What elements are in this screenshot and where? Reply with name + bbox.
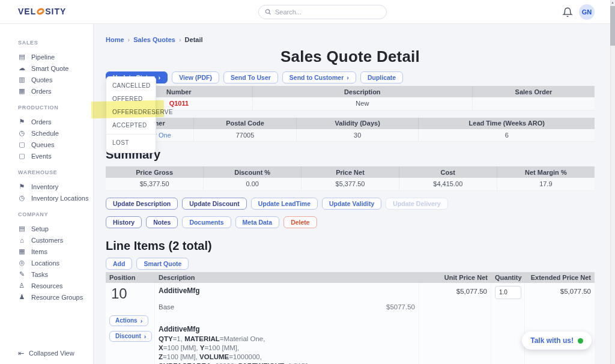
- status-option-offeredreserve[interactable]: OFFEREDRESERVE: [106, 106, 156, 119]
- smart-quote-button[interactable]: Smart Quote: [136, 258, 189, 270]
- position-cell: 10 Actions›Discount›: [106, 283, 155, 364]
- breadcrumb-home[interactable]: Home: [106, 36, 124, 43]
- locations-icon: ◎: [18, 259, 26, 267]
- column-header-description: Description: [252, 86, 472, 97]
- status-option-offered[interactable]: OFFERED: [106, 93, 156, 106]
- inventory-icon: ⚑: [18, 183, 26, 190]
- pipeline-icon: ▤: [18, 53, 26, 61]
- button-label: Update Discount: [189, 200, 239, 207]
- breadcrumb-detail: Detail: [185, 36, 203, 43]
- page-title: Sales Quote Detail: [106, 47, 595, 66]
- sidebar-item-production-events[interactable]: ▢Events: [0, 150, 93, 162]
- update-discount-button[interactable]: Update Discount: [182, 198, 246, 210]
- status-option-accepted[interactable]: ACCEPTED: [106, 119, 156, 132]
- velosity-logo[interactable]: VELSITY: [18, 7, 66, 16]
- quantity-input[interactable]: [495, 286, 521, 299]
- logo-text-suffix: SITY: [45, 7, 66, 16]
- scrollbar-thumb[interactable]: [610, 6, 615, 46]
- send-to-customer-button[interactable]: Send to Customer›: [282, 71, 356, 83]
- chat-widget-button[interactable]: Talk with us!: [522, 332, 592, 350]
- button-label: Discount: [115, 333, 141, 339]
- documents-button[interactable]: Documents: [182, 216, 231, 228]
- sidebar-item-warehouse-inventory[interactable]: ⚑Inventory: [0, 181, 93, 192]
- column-header-price-gross: Price Gross: [106, 166, 204, 178]
- delete-button[interactable]: Delete: [283, 216, 317, 228]
- sidebar-item-label: Customers: [31, 237, 63, 244]
- scrollbar-track[interactable]: [610, 0, 615, 364]
- actions-button[interactable]: Actions›: [109, 315, 148, 326]
- sidebar-item-production-schedule[interactable]: ◷Schedule: [0, 127, 93, 139]
- sidebar: SALES▤Pipeline☁Smart Quote▥Quotes▦Orders…: [0, 24, 94, 364]
- scrollbar-up-arrow[interactable]: ▲: [611, 1, 614, 4]
- add-button[interactable]: Add: [106, 258, 132, 270]
- sidebar-item-label: Locations: [31, 259, 59, 267]
- sidebar-item-sales-quotes[interactable]: ▥Quotes: [0, 74, 93, 85]
- send-to-user-button[interactable]: Send To User: [223, 71, 278, 83]
- sidebar-item-company-customers[interactable]: ⌂Customers: [0, 234, 93, 246]
- line-items-header-quantity: Quantity: [491, 272, 525, 283]
- button-label: Update Description: [113, 200, 171, 207]
- sidebar-item-company-resource-groups[interactable]: ♟Resource Groups: [0, 291, 93, 303]
- cell-validity-days: 30: [296, 129, 419, 142]
- sidebar-item-label: Setup: [31, 225, 49, 232]
- search-input[interactable]: [275, 8, 380, 16]
- line-items-header-description: Description: [155, 272, 419, 283]
- sidebar-item-company-items[interactable]: ▦Items: [0, 246, 93, 257]
- sidebar-item-sales-smart-quote[interactable]: ☁Smart Quote: [0, 62, 93, 74]
- quantity-cell: [491, 283, 525, 364]
- smart-quote-icon: ☁: [18, 64, 26, 72]
- button-label: Add: [113, 260, 125, 267]
- production-orders-icon: ⚑: [18, 118, 26, 126]
- sidebar-item-company-locations[interactable]: ◎Locations: [0, 257, 93, 268]
- sidebar-item-production-queues[interactable]: ▢Queues: [0, 139, 93, 150]
- quote-action-buttons: Update Status›View (PDF)Send To UserSend…: [106, 71, 595, 83]
- sidebar-item-label: Inventory: [31, 183, 58, 190]
- column-header-net-margin: Net Margin %: [497, 166, 595, 178]
- sidebar-item-sales-orders[interactable]: ▦Orders: [0, 85, 93, 97]
- sidebar-item-label: Pipeline: [31, 53, 55, 61]
- column-header-sales-order: Sales Order: [472, 86, 595, 97]
- sidebar-item-company-tasks[interactable]: ✎Tasks: [0, 268, 93, 280]
- status-option-cancelled[interactable]: CANCELLED: [106, 79, 156, 93]
- sidebar-item-label: Tasks: [31, 271, 48, 278]
- button-label: Update Delivery: [393, 200, 440, 207]
- breadcrumb-separator-icon: ›: [179, 36, 181, 43]
- user-avatar[interactable]: GN: [579, 4, 595, 20]
- notes-button[interactable]: Notes: [146, 216, 178, 228]
- setup-icon: ▤: [18, 225, 26, 232]
- search-icon: [265, 8, 271, 16]
- sidebar-item-company-resources[interactable]: ♙Resources: [0, 280, 93, 291]
- summary-heading: Summary: [106, 148, 595, 162]
- collapsed-view-toggle[interactable]: ⇤ Collapsed View: [18, 349, 74, 357]
- meta-data-button[interactable]: Meta Data: [235, 216, 280, 228]
- duplicate-button[interactable]: Duplicate: [360, 71, 403, 83]
- update-description-button[interactable]: Update Description: [106, 198, 178, 210]
- global-search[interactable]: [258, 5, 387, 19]
- discount-button[interactable]: Discount›: [109, 331, 152, 342]
- secondary-buttons-row: HistoryNotesDocumentsMeta DataDelete: [106, 216, 595, 228]
- sales-orders-icon: ▦: [18, 87, 26, 95]
- sidebar-item-production-orders[interactable]: ⚑Orders: [0, 116, 93, 127]
- notifications-bell-icon[interactable]: [562, 6, 573, 18]
- sidebar-item-company-setup[interactable]: ▤Setup: [0, 223, 93, 234]
- cell-discount: 0.00: [204, 178, 301, 190]
- section-label-sales: SALES: [0, 40, 93, 46]
- sidebar-item-warehouse-inventory-locations[interactable]: ◷Inventory Locations: [0, 192, 93, 204]
- schedule-icon: ◷: [18, 129, 26, 137]
- update-validity-button[interactable]: Update Validity: [322, 198, 381, 210]
- update-leadtime-button[interactable]: Update LeadTime: [251, 198, 318, 210]
- sidebar-item-sales-pipeline[interactable]: ▤Pipeline: [0, 51, 93, 62]
- update-status-menu: CANCELLEDOFFEREDOFFEREDRESERVEACCEPTEDLO…: [106, 76, 156, 153]
- base-price: $5077.50: [386, 303, 415, 311]
- detail-lines: QTY=1, MATERIAL=Material One,X=100 [MM],…: [159, 335, 415, 364]
- pricing-summary-table: Price GrossDiscount %Price NetCostNet Ma…: [106, 166, 595, 191]
- breadcrumb-sales-quotes[interactable]: Sales Quotes: [133, 36, 175, 43]
- button-label: Documents: [189, 219, 223, 226]
- column-header-price-net: Price Net: [301, 166, 399, 178]
- history-button[interactable]: History: [106, 216, 142, 228]
- view-pdf-button[interactable]: View (PDF): [172, 71, 219, 83]
- update-delivery-button[interactable]: Update Delivery: [386, 198, 447, 210]
- table-row: $5,377.500.00$5,377.50$4,415.0017.9: [106, 178, 595, 190]
- status-option-lost[interactable]: LOST: [106, 136, 156, 150]
- line-items-header-extended-price-net: Extended Price Net: [525, 272, 595, 283]
